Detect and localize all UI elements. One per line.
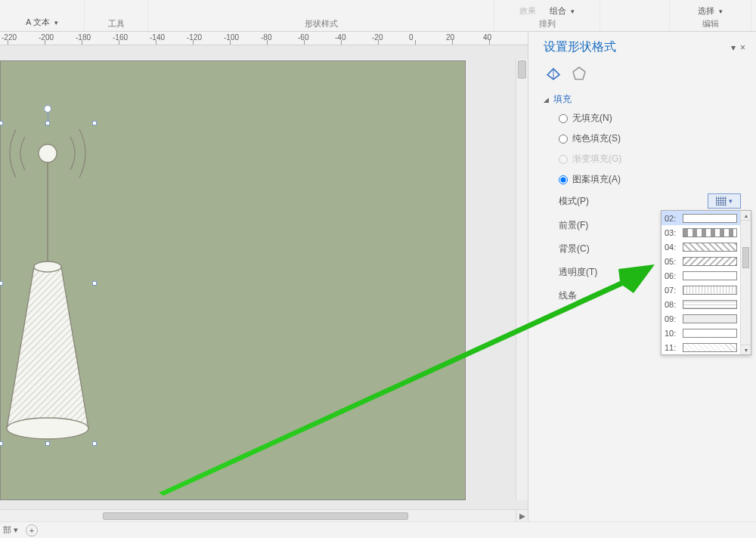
fill-solid-option[interactable]: 纯色填充(S): [559, 132, 756, 145]
pattern-swatch: [683, 214, 737, 223]
pane-category-icons: [528, 60, 756, 90]
pattern-swatch: [683, 314, 737, 323]
ruler-mark: -200: [39, 33, 54, 42]
ribbon-label-shape-styles: 形状样式: [305, 18, 338, 29]
pattern-id: 09:: [665, 314, 680, 323]
pattern-mode-row: 模式(P) ▾: [559, 193, 741, 209]
ruler-mark: -100: [224, 33, 239, 42]
pane-title: 设置形状格式: [544, 39, 616, 55]
ribbon-label-arrange: 排列: [539, 18, 556, 29]
fill-line-icon[interactable]: [544, 64, 563, 82]
ribbon-group-gap: [600, 0, 670, 31]
pane-menu-icon[interactable]: ▾: [731, 42, 736, 53]
scroll-thumb[interactable]: [103, 512, 408, 520]
work-row: -220-200-180-160-140-120-100-80-60-40-20…: [0, 32, 756, 521]
pattern-option[interactable]: 06:: [662, 268, 751, 283]
ruler-mark: 0: [409, 33, 414, 42]
pattern-id: 05:: [665, 257, 680, 266]
pattern-option[interactable]: 09:: [662, 311, 751, 326]
pattern-label: 模式(P): [559, 195, 708, 208]
pattern-picker-button[interactable]: ▾: [708, 193, 741, 209]
ribbon-label-edit: 编辑: [702, 18, 719, 29]
scrollbar-vertical[interactable]: [516, 59, 528, 500]
scroll-thumb[interactable]: [742, 247, 749, 268]
pattern-option[interactable]: 04:: [662, 240, 751, 254]
ribbon-align-btn[interactable]: 效果 组合 ▾: [519, 5, 575, 18]
ribbon-group-left: A 文本 ▾: [0, 0, 85, 31]
selected-shape[interactable]: [1, 123, 94, 444]
svg-point-3: [39, 144, 57, 162]
pattern-list-scrollbar[interactable]: ▴ ▾: [740, 211, 751, 354]
ruler-mark: -120: [187, 33, 202, 42]
pattern-option[interactable]: 11:: [662, 340, 751, 354]
ruler-mark: -160: [113, 33, 128, 42]
ruler-horizontal: -220-200-180-160-140-120-100-80-60-40-20…: [0, 32, 528, 45]
svg-point-4: [34, 261, 61, 272]
pattern-props: 模式(P) ▾ 前景(F) 背景(C) 透明度(T) 线条 ▴ ▾: [528, 189, 756, 302]
pattern-option[interactable]: 10:: [662, 326, 751, 340]
ribbon-text-btn[interactable]: A 文本 ▾: [26, 17, 58, 29]
pattern-dropdown[interactable]: ▴ ▾ 02:03:04:05:06:07:08:09:10:11:: [661, 210, 751, 355]
pattern-swatch: [683, 343, 737, 352]
pattern-option[interactable]: 03:: [662, 225, 751, 240]
fill-section-header[interactable]: ◢ 填充: [528, 90, 756, 109]
pattern-swatch: [683, 228, 737, 237]
ruler-mark: -220: [2, 33, 17, 42]
ruler-mark: -140: [150, 33, 165, 42]
drawing-page[interactable]: [0, 60, 466, 500]
ribbon: A 文本 ▾ 工具 形状样式 效果 组合 ▾ 排列 选择 ▾ 编辑: [0, 0, 756, 32]
pattern-id: 06:: [665, 271, 680, 280]
page-tab[interactable]: 部 ▾: [3, 524, 18, 536]
ribbon-group-arrange: 效果 组合 ▾ 排列: [494, 0, 600, 31]
scroll-up-icon[interactable]: ▴: [741, 211, 751, 221]
pattern-id: 11:: [665, 343, 680, 352]
pattern-option[interactable]: 08:: [662, 297, 751, 311]
pattern-option[interactable]: 05:: [662, 254, 751, 268]
rotate-handle[interactable]: [44, 105, 51, 113]
canvas-area[interactable]: [0, 45, 528, 509]
ribbon-select-btn[interactable]: 选择 ▾: [698, 5, 723, 18]
pattern-swatch: [683, 243, 737, 252]
pattern-id: 02:: [665, 214, 680, 223]
effects-icon[interactable]: [569, 64, 589, 82]
format-shape-pane: 设置形状格式 ▾ × ◢ 填充 无填充(N) 纯色填充(S) 渐变填充(G) 图…: [528, 32, 756, 521]
fill-gradient-option: 渐变填充(G): [559, 153, 756, 165]
ribbon-group-shape-styles: 形状样式: [148, 0, 494, 31]
pattern-option[interactable]: 07:: [662, 283, 751, 297]
scroll-thumb[interactable]: [518, 60, 526, 79]
pattern-swatch: [683, 286, 737, 295]
pattern-swatch: [683, 329, 737, 338]
scroll-arrow-right[interactable]: ▸: [516, 510, 528, 521]
ribbon-group-edit: 选择 ▾ 编辑: [670, 0, 751, 31]
ruler-mark: 40: [483, 33, 491, 42]
fill-options: 无填充(N) 纯色填充(S) 渐变填充(G) 图案填充(A): [528, 109, 756, 189]
fill-pattern-option[interactable]: 图案填充(A): [559, 173, 756, 186]
svg-point-5: [7, 418, 88, 439]
ribbon-label-tools: 工具: [108, 18, 125, 29]
status-bar: 部 ▾ +: [0, 521, 756, 538]
fill-section-label: 填充: [553, 93, 572, 106]
pattern-swatch: [683, 257, 737, 266]
pane-header: 设置形状格式 ▾ ×: [528, 32, 756, 60]
close-icon[interactable]: ×: [740, 42, 745, 53]
ribbon-group-tools: 工具: [85, 0, 148, 31]
fill-none-option[interactable]: 无填充(N): [559, 112, 756, 125]
scrollbar-horizontal[interactable]: ▸: [0, 509, 528, 521]
pattern-id: 07:: [665, 286, 680, 295]
collapse-icon: ◢: [544, 96, 549, 104]
pattern-swatch: [683, 271, 737, 280]
scroll-down-icon[interactable]: ▾: [741, 345, 751, 354]
ruler-mark: -180: [76, 33, 91, 42]
svg-marker-6: [573, 67, 585, 79]
pattern-swatch: [683, 300, 737, 309]
pattern-id: 08:: [665, 300, 680, 309]
pattern-id: 03:: [665, 228, 680, 237]
add-page-button[interactable]: +: [26, 524, 38, 536]
pattern-option[interactable]: 02:: [662, 211, 751, 225]
pattern-id: 04:: [665, 243, 680, 252]
ruler-mark: 20: [446, 33, 454, 42]
canvas-wrap: -220-200-180-160-140-120-100-80-60-40-20…: [0, 32, 528, 521]
antenna-shape: [1, 123, 94, 444]
pattern-id: 10:: [665, 329, 680, 338]
